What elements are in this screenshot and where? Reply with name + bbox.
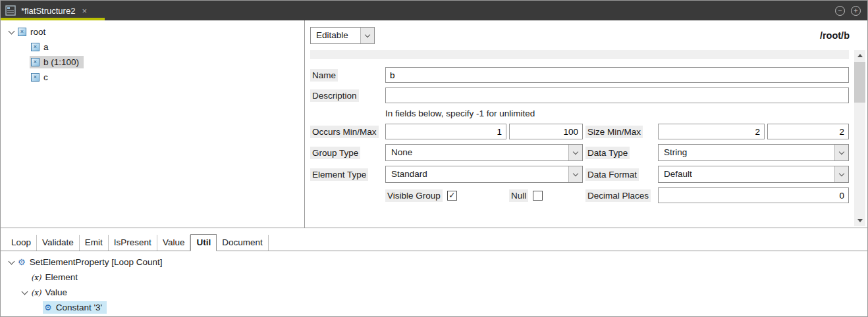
tab-util[interactable]: Util — [190, 234, 217, 251]
data-format-dropdown[interactable]: Default — [658, 166, 849, 183]
structure-tree-panel: × root × a × b (1:100) × c — [1, 20, 305, 228]
tree-item-value[interactable]: (x) Value — [1, 285, 867, 300]
tree-item-label: b (1:100) — [43, 57, 79, 67]
chevron-down-icon — [834, 166, 848, 182]
occurs-max-input[interactable] — [509, 124, 583, 139]
chevron-down-icon[interactable] — [6, 31, 16, 34]
tab-emit[interactable]: Emit — [80, 235, 109, 251]
mode-dropdown[interactable]: Editable — [310, 27, 375, 44]
occurs-minmax-label: Occurs Min/Max — [310, 126, 379, 138]
gears-icon: ⚙ — [44, 303, 52, 312]
scroll-up-icon[interactable] — [854, 50, 865, 61]
decimal-places-input[interactable] — [658, 187, 849, 203]
null-label: Null — [509, 189, 528, 202]
element-icon: × — [31, 43, 40, 51]
property-body: Name Description In fields below, specif… — [310, 50, 865, 226]
data-format-value: Default — [659, 166, 834, 182]
chevron-down-icon — [360, 28, 374, 43]
visible-group-checkbox[interactable]: ✓ — [447, 191, 457, 201]
gears-icon: ⚙ — [18, 258, 26, 266]
fx-icon: (x) — [31, 288, 41, 297]
scrollbar-thumb[interactable] — [854, 62, 865, 103]
chevron-down-icon[interactable] — [19, 291, 30, 294]
tab-value[interactable]: Value — [157, 235, 191, 251]
element-type-dropdown[interactable]: Standard — [385, 166, 583, 183]
size-max-input[interactable] — [767, 124, 849, 139]
element-icon: × — [18, 28, 26, 36]
data-type-dropdown[interactable]: String — [658, 144, 849, 161]
util-tree: ⚙ SetElementProperty [Loop Count] (x) El… — [1, 251, 867, 315]
app-window: *flatStructure2 × − + × root × a — [0, 0, 868, 317]
chevron-down-icon — [568, 166, 582, 182]
tab-loop[interactable]: Loop — [6, 235, 37, 251]
group-type-dropdown[interactable]: None — [385, 144, 583, 161]
property-header: Editable /root/b — [310, 24, 865, 47]
tab-ispresent[interactable]: IsPresent — [109, 235, 157, 251]
bottom-panel: Loop Validate Emit IsPresent Value Util … — [1, 228, 867, 316]
mode-dropdown-value: Editable — [311, 28, 360, 43]
tree-item-setelementproperty[interactable]: ⚙ SetElementProperty [Loop Count] — [1, 255, 867, 270]
occurs-min-input[interactable] — [385, 124, 506, 139]
tab-document[interactable]: Document — [217, 235, 269, 251]
size-min-input[interactable] — [658, 124, 765, 139]
panel-buttons: − + — [835, 1, 861, 20]
description-input[interactable] — [385, 87, 849, 103]
visible-group-label: Visible Group — [385, 189, 443, 202]
tree-item-label: Constant '3' — [56, 303, 102, 312]
size-minmax-label: Size Min/Max — [585, 126, 643, 138]
null-checkbox[interactable] — [533, 191, 543, 201]
group-type-label: Group Type — [310, 147, 360, 159]
section-strip — [310, 50, 849, 59]
name-label: Name — [310, 69, 338, 82]
tree-item-root[interactable]: × root — [1, 24, 304, 39]
collapse-all-button[interactable]: − — [835, 6, 845, 16]
data-format-label: Data Format — [585, 168, 639, 181]
tree-item-a[interactable]: × a — [1, 39, 304, 55]
group-type-value: None — [386, 145, 568, 160]
scroll-down-icon[interactable] — [854, 215, 865, 226]
active-tab-underline — [1, 18, 105, 20]
unlimited-note: In fields below, specify -1 for unlimite… — [385, 108, 849, 119]
tree-item-label: Element — [45, 272, 78, 282]
chevron-down-icon[interactable] — [6, 261, 16, 264]
tree-item-label: c — [43, 72, 48, 82]
tree-item-label: Value — [45, 287, 67, 297]
fx-icon: (x) — [31, 273, 41, 282]
tree-item-label: SetElementProperty [Loop Count] — [30, 257, 163, 267]
description-label: Description — [310, 89, 359, 102]
tree-item-constant[interactable]: ⚙ Constant '3' — [1, 300, 867, 315]
tree-item-c[interactable]: × c — [1, 70, 304, 85]
close-icon[interactable]: × — [82, 6, 87, 16]
decimal-places-label: Decimal Places — [585, 189, 651, 202]
property-form: Name Description In fields below, specif… — [310, 50, 854, 226]
tab-validate[interactable]: Validate — [37, 235, 80, 251]
document-title: *flatStructure2 — [21, 6, 75, 16]
tree-item-label: root — [30, 27, 45, 37]
chevron-down-icon — [834, 145, 848, 160]
element-path: /root/b — [820, 30, 850, 41]
name-input[interactable] — [385, 67, 849, 83]
element-type-value: Standard — [386, 166, 568, 182]
data-type-value: String — [659, 145, 834, 160]
element-icon: × — [31, 58, 40, 66]
tree-item-element[interactable]: (x) Element — [1, 270, 867, 285]
tree-item-b[interactable]: × b (1:100) — [1, 55, 304, 70]
bottom-tabs: Loop Validate Emit IsPresent Value Util … — [1, 234, 867, 251]
element-icon: × — [31, 73, 40, 82]
property-panel: Editable /root/b Name Description — [305, 20, 867, 228]
data-type-label: Data Type — [585, 147, 630, 159]
titlebar: *flatStructure2 × − + — [1, 1, 867, 20]
structure-file-icon — [5, 5, 16, 16]
expand-all-button[interactable]: + — [851, 6, 861, 16]
chevron-down-icon — [568, 145, 582, 160]
tree-item-label: a — [43, 42, 49, 52]
vertical-scrollbar[interactable] — [854, 50, 865, 226]
element-type-label: Element Type — [310, 168, 368, 181]
main-area: × root × a × b (1:100) × c — [1, 20, 867, 228]
